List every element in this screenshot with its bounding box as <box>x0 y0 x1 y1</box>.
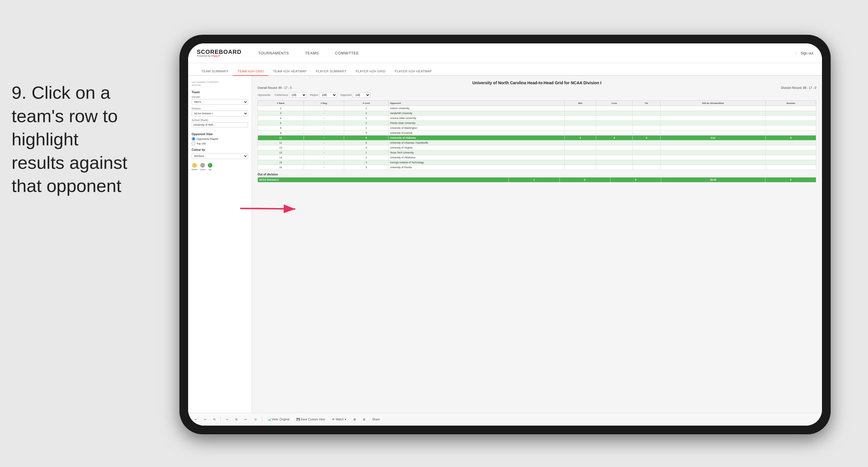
cell-reg: - <box>304 111 344 116</box>
cell-reg: - <box>304 121 344 126</box>
opponents-filter-label: Opponents: <box>257 93 271 96</box>
cell-opponent: Auburn University <box>389 106 564 111</box>
cell-win <box>564 116 596 121</box>
radio-top100[interactable]: Top 100 <box>192 142 248 145</box>
col-rank: # Rank <box>258 101 304 106</box>
tab-player-summary[interactable]: PLAYER SUMMARY <box>311 67 351 76</box>
cell-win <box>564 126 596 130</box>
opponent-filter: Opponent (All) <box>340 92 370 97</box>
cell-opponent: Vanderbilt University <box>389 111 564 116</box>
cell-diff <box>660 111 766 116</box>
cell-opponent: Texas Tech University <box>389 150 564 155</box>
gender-label: Gender <box>192 95 248 98</box>
nav-teams[interactable]: TEAMS <box>303 50 321 56</box>
cell-tie <box>633 140 660 145</box>
cell-opponent: University of Virginia <box>389 145 564 150</box>
out-division-table: NCAA Division II 1 0 0 26.00 3 <box>257 177 816 182</box>
table-row[interactable]: 11-5University of Alabama3002.618 <box>258 136 816 140</box>
logo-powered: Powered by clipp'd <box>197 55 241 57</box>
nav-committee[interactable]: COMMITTEE <box>333 50 361 56</box>
cell-conf: 2 <box>344 155 389 160</box>
region-select[interactable]: (All) <box>319 92 337 97</box>
out-division-rounds: 3 <box>765 177 816 182</box>
tab-team-h2h-grid[interactable]: TEAM H2H GRID <box>233 67 268 76</box>
table-row[interactable]: 13-1Texas Tech University <box>258 150 816 155</box>
cell-rounds <box>766 155 816 160</box>
cell-rounds <box>766 130 816 136</box>
table-row[interactable]: 3-2Vanderbilt University <box>258 111 816 116</box>
opponent-select[interactable]: (All) <box>353 92 370 97</box>
cell-opponent: Florida State University <box>389 121 564 126</box>
cell-loss: 0 <box>596 136 632 140</box>
out-division-row[interactable]: NCAA Division II 1 0 0 26.00 3 <box>258 177 816 182</box>
cell-opponent: Arizona State University <box>389 116 564 121</box>
table-row[interactable]: 14-2University of Oklahoma <box>258 155 816 160</box>
screen-btn[interactable]: 🖥 <box>351 417 358 421</box>
out-division-tie: 0 <box>611 177 661 182</box>
copy-btn[interactable]: ⧉ <box>234 417 239 422</box>
tab-player-h2h-heatmap[interactable]: PLAYER H2H HEATMAP <box>390 67 436 76</box>
cell-rank: 13 <box>258 150 304 155</box>
tab-player-h2h-grid[interactable]: PLAYER H2H GRID <box>351 67 390 76</box>
table-row[interactable]: 15-4Georgia Institute of Technology <box>258 160 816 165</box>
col-rounds: Rounds <box>766 101 816 106</box>
gender-select[interactable]: Men's <box>192 99 248 105</box>
share-btn[interactable]: Share <box>370 417 382 421</box>
cell-loss <box>596 121 632 126</box>
sidebar: Last Updated: 27/03/202416:55:38 Team Ge… <box>188 76 252 413</box>
col-win: Win <box>564 101 596 106</box>
radio-opponents-played[interactable]: Opponents Played <box>192 137 248 141</box>
nav-tournaments[interactable]: TOURNAMENTS <box>256 50 291 56</box>
cell-loss <box>596 130 632 136</box>
cell-loss <box>596 160 632 165</box>
cell-diff <box>660 121 766 126</box>
redo-btn[interactable]: ↪ <box>202 417 208 421</box>
table-row[interactable]: 12-6University of Arkansas, Fayetteville <box>258 140 816 145</box>
cell-win <box>564 160 596 165</box>
save-custom-btn[interactable]: 💾 Save Custom View <box>294 417 327 421</box>
table-row[interactable]: 13-3University of Virginia <box>258 145 816 150</box>
table-row[interactable]: 16-3University of Florida <box>258 165 816 170</box>
legend-level: Level <box>200 163 205 171</box>
cell-tie <box>633 106 660 111</box>
reset-btn[interactable]: ⟲ <box>211 417 217 421</box>
table-row[interactable]: 9-3University of Arizona <box>258 130 816 136</box>
cell-win <box>564 155 596 160</box>
cell-rank: 11 <box>258 136 304 140</box>
cell-reg: - <box>304 165 344 170</box>
cell-loss <box>596 155 632 160</box>
colour-by-select[interactable]: Win/loss <box>192 153 248 159</box>
tab-team-summary[interactable]: TEAM SUMMARY <box>197 67 233 76</box>
table-row[interactable]: 2-1Auburn University <box>258 106 816 111</box>
opponent-view-title: Opponent View <box>192 133 248 136</box>
cell-tie: 0 <box>633 136 660 140</box>
table-row[interactable]: 4-1Arizona State University <box>258 116 816 121</box>
out-division-loss: 0 <box>559 177 610 182</box>
table-row[interactable]: 6-2Florida State University <box>258 121 816 126</box>
watch-btn[interactable]: 👁 Watch ▾ <box>330 417 348 421</box>
cut-btn[interactable]: ✂ <box>224 417 230 421</box>
cell-conf: 1 <box>344 106 389 111</box>
sign-out-link[interactable]: Sign out <box>796 51 813 55</box>
tab-team-h2h-heatmap[interactable]: TEAM H2H HEATMAP <box>268 67 311 76</box>
grid-btn[interactable]: ⊞ <box>361 417 367 421</box>
col-diff: Diff Av Strokes/Rnd <box>660 101 766 106</box>
legend-up: Up <box>208 163 212 171</box>
conference-select[interactable]: (All) <box>289 92 307 97</box>
undo-btn[interactable]: ↩ <box>193 417 198 421</box>
cell-loss <box>596 111 632 116</box>
division-select[interactable]: NCAA Division I <box>192 111 248 116</box>
school-input[interactable] <box>192 122 248 127</box>
cell-tie <box>633 116 660 121</box>
cell-win <box>564 140 596 145</box>
cell-loss <box>596 106 632 111</box>
table-row[interactable]: 8-2University of Washington <box>258 126 816 130</box>
cell-reg: - <box>304 126 344 130</box>
cell-conf: 1 <box>344 116 389 121</box>
team-section-title: Team <box>192 90 248 94</box>
view-original-btn[interactable]: 📊 View: Original <box>266 417 291 421</box>
paste-btn[interactable]: ↩· <box>243 417 249 421</box>
clock-btn[interactable]: ⊙ <box>253 417 258 421</box>
cell-conf: 3 <box>344 165 389 170</box>
cell-diff: 2.61 <box>660 136 766 140</box>
